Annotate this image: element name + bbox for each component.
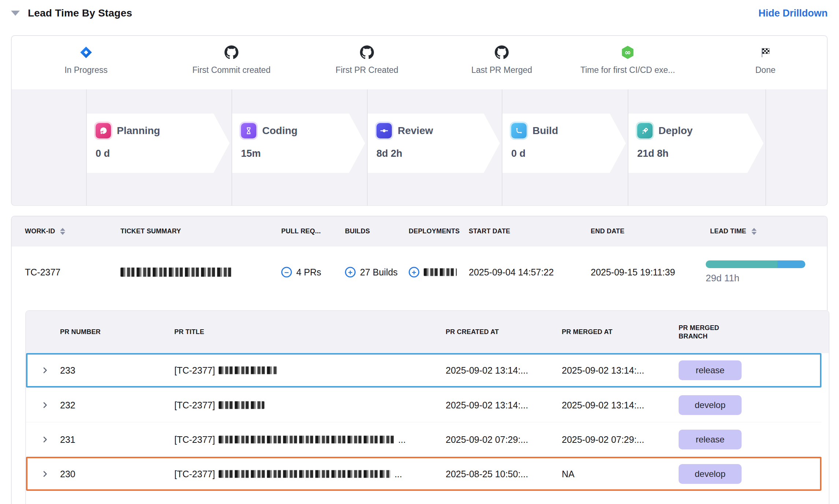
cicd-icon: ∞ [565, 45, 690, 60]
stages-panel: In Progress First Commit created First P… [11, 35, 828, 206]
branch-badge: develop [679, 464, 742, 484]
pr-row-232[interactable]: 232 [TC-2377] 2025-09-02 13:14:... 2025-… [26, 388, 821, 422]
chevron-right-icon[interactable] [41, 401, 49, 410]
milestone-in-progress: In Progress [24, 36, 148, 75]
redacted-text [424, 268, 457, 276]
col-pr-number: PR NUMBER [60, 328, 101, 336]
chevron-right-icon[interactable] [41, 435, 49, 444]
pr-created-at: 2025-09-02 07:29:... [446, 434, 528, 445]
stage-name: Deploy [658, 125, 693, 137]
branch-badge: release [679, 430, 742, 449]
stage-duration: 15m [241, 148, 365, 159]
milestone-label: First Commit created [169, 65, 294, 75]
col-pr-merged-at: PR MERGED AT [562, 328, 612, 336]
pr-created-at: 2025-09-02 13:14:... [446, 400, 528, 410]
milestone-first-pr: First PR Created [305, 36, 429, 75]
stage-duration: 8d 2h [376, 148, 500, 159]
sort-icon[interactable] [751, 228, 757, 235]
stage-duration: 0 d [511, 148, 626, 159]
stage-flow: Planning 0 d Coding 15m [12, 89, 827, 205]
pr-title-prefix: [TC-2377] [174, 400, 215, 410]
ticket-summary-redacted [120, 268, 232, 277]
pr-title-prefix: [TC-2377] [174, 434, 215, 445]
stage-name: Review [398, 125, 433, 137]
divider [86, 89, 87, 205]
lead-time-cell: 29d 11h [706, 260, 805, 284]
milestone-first-commit: First Commit created [169, 36, 294, 75]
col-label: WORK-ID [25, 227, 55, 236]
lead-bar-teal-segment [706, 260, 777, 268]
divider [765, 89, 766, 205]
milestone-label: Done [703, 65, 828, 75]
divider [231, 89, 232, 205]
col-label: LEAD TIME [710, 227, 746, 236]
minus-circle-icon[interactable]: − [281, 267, 292, 278]
milestone-label: Time for first CI/CD exe... [565, 65, 690, 75]
col-end-date: END DATE [591, 227, 624, 236]
pr-title-suffix: ... [398, 434, 406, 445]
col-deployments: DEPLOYMENTS [409, 227, 460, 236]
collapse-triangle-icon[interactable] [11, 11, 20, 16]
pr-title-suffix: ... [394, 468, 402, 479]
pr-row-231[interactable]: 231 [TC-2377] ... 2025-09-02 07:29:... 2… [26, 422, 821, 456]
redacted-text [120, 268, 232, 277]
col-pr-title: PR TITLE [174, 328, 204, 336]
sort-icon[interactable] [60, 228, 65, 235]
stage-name: Planning [117, 125, 160, 137]
github-icon [169, 45, 294, 60]
divider [367, 89, 368, 205]
redacted-text [219, 470, 391, 478]
col-work-id: WORK-ID [25, 227, 65, 236]
pr-merged-at: 2025-09-02 07:29:... [562, 434, 644, 445]
pipeline-path-icon [511, 123, 527, 138]
work-item-row: TC-2377 − 4 PRs + 27 Builds + 2025-09-04… [12, 247, 827, 298]
github-icon [439, 45, 564, 60]
redacted-text [219, 367, 277, 374]
jira-status-icon [24, 45, 148, 60]
pr-title: [TC-2377] ... [174, 434, 406, 445]
stage-duration: 21d 8h [637, 148, 764, 159]
deployments-cell: + [409, 267, 457, 278]
stage-review: Review 8d 2h [368, 114, 500, 173]
pr-title: [TC-2377] [174, 365, 281, 376]
chevron-right-icon[interactable] [41, 366, 49, 375]
work-table-header: WORK-ID TICKET SUMMARY PULL REQ... BUILD… [12, 216, 827, 247]
git-commit-icon [376, 123, 392, 138]
pr-row-233[interactable]: 233 [TC-2377] 2025-09-02 13:14:... 2025-… [26, 353, 821, 388]
chevron-right-icon[interactable] [41, 470, 49, 478]
milestone-label: In Progress [24, 65, 148, 75]
pr-title: [TC-2377] [174, 400, 268, 410]
divider [628, 89, 628, 205]
pr-title-prefix: [TC-2377] [174, 365, 215, 376]
start-date: 2025-09-04 14:57:22 [469, 267, 554, 278]
end-date: 2025-09-15 19:11:39 [591, 267, 675, 278]
lead-time-value: 29d 11h [706, 273, 805, 284]
stage-deploy: Deploy 21d 8h [628, 114, 764, 173]
redacted-text [219, 436, 394, 443]
hourglass-icon [241, 123, 256, 138]
lead-time-drilldown: Lead Time By Stages Hide Drilldown In Pr… [0, 0, 839, 504]
pull-requests-cell: − 4 PRs [281, 267, 321, 278]
builds-count: 27 Builds [360, 267, 398, 278]
milestone-done: Done [703, 36, 828, 75]
pr-number: 230 [60, 468, 75, 479]
pr-created-at: 2025-08-25 10:50:... [446, 468, 528, 479]
section-header: Lead Time By Stages Hide Drilldown [11, 5, 828, 21]
plus-circle-icon[interactable]: + [409, 267, 419, 278]
pr-number: 233 [60, 365, 75, 376]
stage-planning: Planning 0 d [87, 114, 230, 173]
hide-drilldown-link[interactable]: Hide Drilldown [758, 8, 828, 19]
stage-name: Build [532, 125, 558, 137]
plus-circle-icon[interactable]: + [345, 267, 356, 278]
pr-row-230[interactable]: 230 [TC-2377] ... 2025-08-25 10:50:... N… [26, 456, 821, 491]
stage-coding: Coding 15m [232, 114, 365, 173]
drilldown-table-panel: WORK-ID TICKET SUMMARY PULL REQ... BUILD… [11, 216, 828, 504]
pr-merged-at: 2025-09-02 13:14:... [562, 365, 644, 376]
redacted-text [219, 401, 264, 409]
stage-duration: 0 d [96, 148, 230, 159]
work-id: TC-2377 [25, 267, 60, 278]
checkered-flag-icon [703, 45, 828, 60]
planning-icon [96, 123, 111, 138]
pr-table: PR NUMBER PR TITLE PR CREATED AT PR MERG… [25, 310, 829, 504]
pr-number: 232 [60, 400, 75, 410]
